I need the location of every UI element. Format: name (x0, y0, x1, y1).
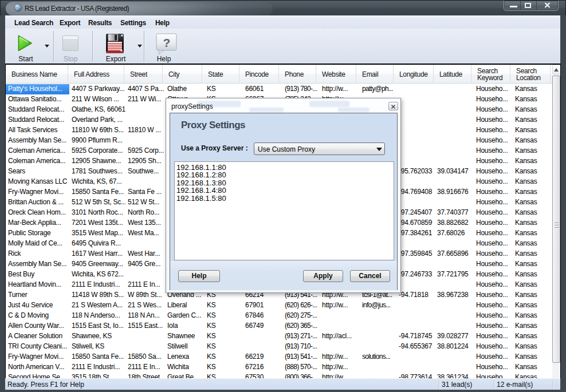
svg-text:?: ? (163, 36, 171, 49)
